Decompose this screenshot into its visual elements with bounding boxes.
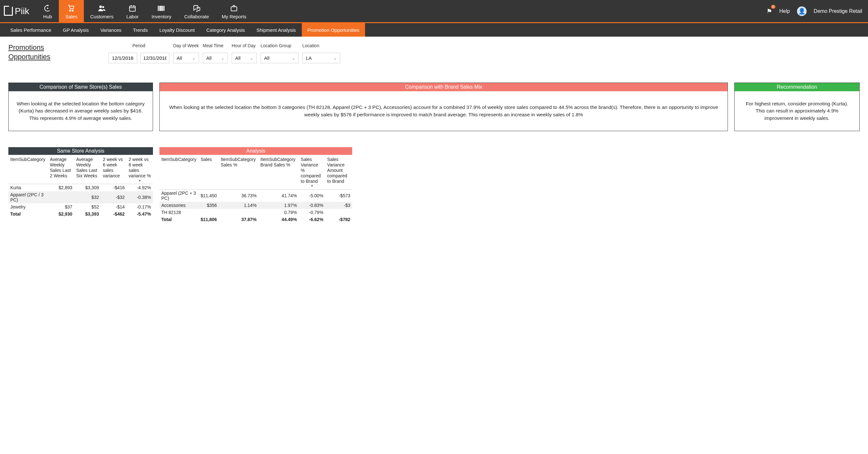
svg-point-1 [99, 5, 102, 8]
panel-body-recommendation: For highest return, consider promoting (… [735, 91, 859, 131]
table-row: TH 821280.79%-0.79% [159, 209, 352, 216]
table-header[interactable]: Sales [198, 155, 219, 189]
filter-label-location: Location [302, 43, 340, 48]
nav-collaborate[interactable]: Collaborate [178, 0, 215, 22]
subnav-shipment-analysis[interactable]: Shipment Analysis [251, 23, 302, 37]
chevron-down-icon: ⌄ [192, 56, 195, 60]
notification-count: 0 [771, 5, 775, 9]
chevron-down-icon: ⌄ [250, 56, 253, 60]
table-total-row: Total$11,80637.87%44.49%-6.62%-$782 [159, 216, 352, 223]
subnav-loyalty-discount[interactable]: Loyalty Discount [154, 23, 200, 37]
barcode-icon [157, 3, 165, 13]
subnav-variances[interactable]: Variances [94, 23, 127, 37]
period-to-input[interactable] [141, 53, 169, 63]
table-row: Accessories$3561.14%1.97%-0.83%-$3 [159, 202, 352, 209]
panel-title-same-store: Comparison of Same Store(s) Sales [9, 83, 153, 91]
table-header[interactable]: 2 week vs 6 week sales variance [101, 155, 127, 184]
period-from-input[interactable] [108, 53, 137, 63]
location-group-select[interactable]: All ⌄ [260, 53, 299, 63]
chevron-down-icon: ⌄ [292, 56, 295, 60]
table-header[interactable]: Average Weekly Sales Last Six Weeks [74, 155, 101, 184]
svg-rect-4 [231, 7, 237, 11]
svg-point-0 [47, 8, 48, 9]
day-of-week-select[interactable]: All ⌄ [173, 53, 199, 63]
logo[interactable]: Piik [0, 0, 36, 22]
logo-icon [4, 7, 13, 16]
chevron-down-icon: ⌄ [334, 56, 337, 60]
notifications-button[interactable]: ⚑ 0 [767, 7, 772, 15]
chevron-down-icon: ⌄ [221, 56, 224, 60]
location-select[interactable]: LA ⌄ [302, 53, 340, 63]
filters: Period Day of Week All ⌄ Meal Time All ⌄ [108, 43, 340, 63]
filter-label-meal: Meal Time [203, 43, 228, 48]
panel-brand-mix: Comparison with Brand Sales Mix When loo… [159, 83, 728, 131]
panel-title-recommendation: Recommendation [735, 83, 859, 91]
table-header[interactable]: Sales Variance Amount compared to Brand [325, 155, 352, 189]
logo-text: Piik [15, 6, 29, 17]
svg-point-2 [102, 6, 104, 8]
table-row: Apparel (2PC + 3 PC)$11,45036.73%41.74%-… [159, 190, 352, 202]
table-total-row: Total$2,930$3,393-$462-5.47% [8, 210, 153, 218]
table-same-store-analysis: Same Store Analysis ItemSubCategoryAvera… [8, 147, 153, 218]
nav-sales[interactable]: Sales [59, 0, 84, 22]
subnav-promotion-opportunities[interactable]: Promotion Opportunities [302, 23, 365, 37]
top-nav: Piik HubSalesCustomersLaborInventoryColl… [0, 0, 868, 23]
table-header[interactable]: Average Weekly Sales Last 2 Weeks [48, 155, 74, 184]
avatar[interactable]: 👤 [797, 6, 807, 16]
nav-labor[interactable]: Labor [120, 0, 145, 22]
subnav-trends[interactable]: Trends [127, 23, 154, 37]
sub-nav: Sales PerformanceGP AnalysisVariancesTre… [0, 23, 868, 37]
page-title: Promotions Opportunities [8, 43, 51, 61]
briefcase-icon [230, 3, 238, 13]
panel-body-brand-mix: When looking at the selected location th… [160, 91, 727, 131]
calendar-icon [128, 3, 136, 13]
table-analysis: Analysis ItemSubCategorySalesItemSubCate… [159, 147, 352, 223]
subnav-category-analysis[interactable]: Category Analysis [200, 23, 251, 37]
subnav-sales-performance[interactable]: Sales Performance [4, 23, 57, 37]
cart-icon [67, 3, 75, 13]
gauge-icon [43, 3, 52, 13]
panel-body-same-store: When looking at the selected location th… [9, 91, 153, 131]
users-icon [98, 3, 106, 13]
nav-customers[interactable]: Customers [84, 0, 120, 22]
filter-label-period: Period [108, 43, 169, 48]
table-header[interactable]: ItemSubCategory Brand Sales % [258, 155, 299, 189]
table-header[interactable]: ItemSubCategory Sales % [219, 155, 259, 189]
table-header[interactable]: ItemSubCategory [8, 155, 48, 184]
panel-same-store: Comparison of Same Store(s) Sales When l… [8, 83, 153, 131]
sort-asc-icon: ▲ [128, 179, 151, 182]
table-row: Apparel (2PC / 3 PC)$32-$32-0.38% [8, 191, 153, 203]
user-name: Demo Prestige Retail [814, 8, 862, 14]
flag-icon: ⚑ [767, 8, 772, 15]
filter-label-hour: Hour of Day [232, 43, 257, 48]
hour-of-day-select[interactable]: All ⌄ [232, 53, 257, 63]
help-link[interactable]: Help [779, 8, 790, 14]
table-title-same-store: Same Store Analysis [8, 147, 153, 155]
table-header[interactable]: 2 week vs 6 week sales variance %▲ [127, 155, 153, 184]
svg-rect-3 [129, 6, 135, 11]
table-header[interactable]: Sales Variance % compared to Brand▲ [299, 155, 325, 189]
filter-label-locgroup: Location Group [260, 43, 299, 48]
nav-my-reports[interactable]: My Reports [215, 0, 253, 22]
panel-title-brand-mix: Comparison with Brand Sales Mix [160, 83, 727, 91]
table-row: Kurta$2,893$3,309-$416-4.92% [8, 184, 153, 192]
panel-recommendation: Recommendation For highest return, consi… [734, 83, 860, 131]
filter-label-dow: Day of Week [173, 43, 199, 48]
user-icon: 👤 [798, 8, 805, 15]
meal-time-select[interactable]: All ⌄ [203, 53, 228, 63]
table-header[interactable]: ItemSubCategory [159, 155, 198, 189]
chat-icon [192, 3, 201, 13]
nav-hub[interactable]: Hub [36, 0, 59, 22]
nav-inventory[interactable]: Inventory [145, 0, 178, 22]
table-title-analysis: Analysis [159, 147, 352, 155]
sort-asc-icon: ▲ [301, 184, 323, 187]
table-row: Jewelry$37$52-$14-0.17% [8, 203, 153, 210]
subnav-gp-analysis[interactable]: GP Analysis [57, 23, 95, 37]
content-area: Promotions Opportunities Period Day of W… [0, 37, 868, 229]
